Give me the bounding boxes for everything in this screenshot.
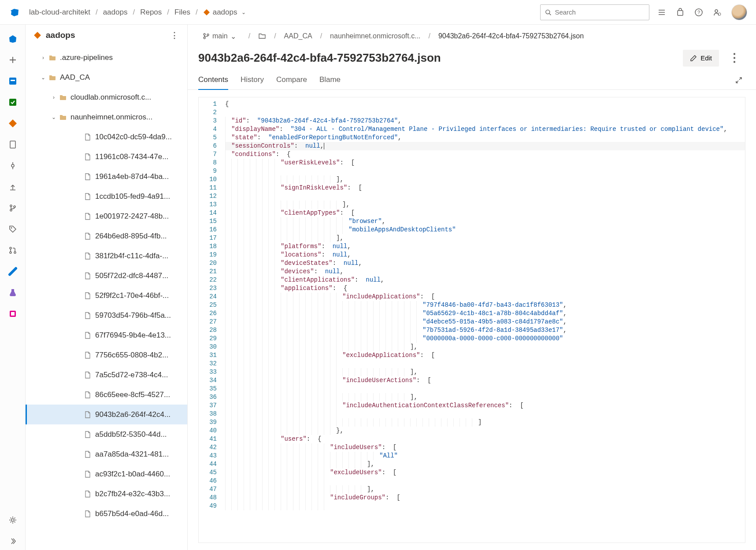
tree-file[interactable]: 381f2b4f-c11c-4dfa-...	[26, 246, 187, 266]
branch-selector[interactable]: main ⌄	[198, 30, 241, 42]
edit-label: Edit	[700, 54, 712, 62]
crumb-repo[interactable]: aadops ⌄	[203, 8, 246, 17]
tree-file[interactable]: b657b5d4-e0ad-46d...	[26, 504, 187, 524]
expand-icon[interactable]	[735, 76, 745, 84]
rail-push-icon[interactable]	[4, 178, 22, 196]
tree-folder[interactable]: ⌄AAD_CA	[26, 67, 187, 87]
tree-label: cloudlab.onmicrosoft.c...	[70, 93, 151, 102]
tab-history[interactable]: History	[241, 71, 264, 89]
rail-pipelines-icon[interactable]	[4, 263, 22, 280]
tab-compare[interactable]: Compare	[276, 71, 307, 89]
tree-file[interactable]: 67f76945-9b4e-4e13...	[26, 325, 187, 345]
rail-repos-icon[interactable]	[4, 115, 22, 132]
crumb-org[interactable]: lab-cloud-architekt	[29, 8, 90, 17]
tree-label: 10c042c0-dc59-4da9...	[95, 133, 172, 141]
tree-file[interactable]: 1ccdb105-fed9-4a91...	[26, 186, 187, 206]
search-box[interactable]	[540, 4, 649, 20]
tree-file[interactable]: ac93f2c1-b0ad-4460...	[26, 464, 187, 484]
crumb-area[interactable]: Repos	[140, 8, 162, 17]
tree-file[interactable]: 264b6ed8-895d-4fb...	[26, 226, 187, 246]
tree-label: 7756c655-0808-4b2...	[95, 351, 168, 360]
tabs: ContentsHistoryCompareBlame	[188, 71, 756, 90]
chevron-down-icon: ⌄	[241, 9, 246, 15]
crumb-files[interactable]: Files	[174, 8, 190, 17]
avatar[interactable]	[731, 4, 747, 20]
svg-rect-4	[678, 11, 683, 15]
rail-branches-icon[interactable]	[4, 199, 22, 217]
page-title: 9043b2a6-264f-42c4-bfa4-7592753b2764.jso…	[198, 51, 441, 65]
explorer-repo-name[interactable]: aadops	[46, 30, 75, 40]
tree-file[interactable]: 59703d54-796b-4f5a...	[26, 305, 187, 325]
list-icon[interactable]	[657, 8, 666, 17]
file-explorer: aadops ⋮ ›.azure-pipelines⌄AAD_CA›cloudl…	[26, 25, 188, 550]
tree-file[interactable]: b2c7fb24-e32c-43b3...	[26, 484, 187, 504]
code-content: {"id": "9043b2a6-264f-42c4-bfa4-7592753b…	[222, 97, 745, 543]
rail-test-icon[interactable]	[4, 284, 22, 301]
rail-boards-icon[interactable]	[4, 72, 22, 90]
tree-file[interactable]: 1e001972-2427-48b...	[26, 206, 187, 226]
rail-commit-icon[interactable]	[4, 157, 22, 175]
crumb-project[interactable]: aadops	[103, 8, 128, 17]
folder-icon	[48, 54, 57, 62]
tree-label: aa7a85da-4321-481...	[95, 450, 169, 459]
svg-point-2	[546, 10, 550, 14]
tree-file[interactable]: 10c042c0-dc59-4da9...	[26, 127, 187, 147]
tree-file[interactable]: 86c65eee-8cf5-4527...	[26, 385, 187, 405]
rail-task-icon[interactable]	[4, 93, 22, 111]
file-icon	[83, 133, 93, 141]
tree-file[interactable]: 7756c655-0808-4b2...	[26, 345, 187, 365]
chevron-down-icon: ⌄	[39, 74, 48, 81]
file-icon	[83, 232, 93, 240]
tree-file[interactable]: 11961c08-7434-47e...	[26, 147, 187, 167]
rail-file-icon[interactable]	[4, 136, 22, 153]
branch-name: main	[212, 32, 228, 40]
more-actions-icon[interactable]: ⋮	[724, 48, 745, 67]
svg-text:?: ?	[697, 10, 700, 15]
svg-marker-26	[34, 32, 41, 39]
more-icon[interactable]: ⋮	[170, 30, 179, 40]
tree-file[interactable]: 505f72d2-dfc8-4487...	[26, 266, 187, 286]
tree-folder[interactable]: ⌄naunheimnet.onmicros...	[26, 107, 187, 127]
path-link[interactable]: AAD_CA	[284, 32, 312, 40]
rail-pullrequest-icon[interactable]	[4, 242, 22, 259]
tree-label: b2c7fb24-e32c-43b3...	[95, 490, 170, 498]
tree-file[interactable]: aa7a85da-4321-481...	[26, 444, 187, 464]
separator-icon: /	[130, 8, 137, 17]
tree-folder[interactable]: ›.azure-pipelines	[26, 48, 187, 67]
svg-rect-11	[11, 80, 15, 81]
file-tree[interactable]: ›.azure-pipelines⌄AAD_CA›cloudlab.onmicr…	[26, 46, 187, 550]
rail-settings-icon[interactable]	[4, 511, 22, 529]
azure-devops-logo-icon[interactable]	[9, 7, 20, 18]
tree-file[interactable]: 7a5c5d72-e738-4c4...	[26, 365, 187, 385]
folder-icon	[58, 113, 68, 121]
tree-label: 381f2b4f-c11c-4dfa-...	[95, 252, 168, 260]
tree-label: 7a5c5d72-e738-4c4...	[95, 371, 168, 379]
file-icon	[83, 450, 93, 458]
separator-icon: /	[193, 8, 200, 17]
rail-add-icon[interactable]	[4, 51, 22, 69]
tab-contents[interactable]: Contents	[198, 71, 228, 89]
person-settings-icon[interactable]	[713, 8, 722, 17]
search-input[interactable]	[555, 8, 645, 16]
tree-file[interactable]: 9043b2a6-264f-42c4...	[26, 405, 187, 424]
bag-icon[interactable]	[676, 8, 685, 17]
rail-collapse-icon[interactable]	[4, 532, 22, 550]
file-icon	[83, 153, 93, 161]
rail-artifacts-icon[interactable]	[4, 305, 22, 323]
file-icon	[83, 510, 93, 518]
tree-file[interactable]: a5ddb5f2-5350-44d...	[26, 424, 187, 444]
root-folder-icon[interactable]	[258, 32, 266, 40]
tree-file[interactable]: 1961a4eb-87d4-4ba...	[26, 167, 187, 186]
tree-file[interactable]: 52f9f2c1-70e4-46bf-...	[26, 286, 187, 305]
rail-tags-icon[interactable]	[4, 220, 22, 238]
rail-overview-icon[interactable]	[4, 30, 22, 48]
help-icon[interactable]: ?	[694, 8, 703, 17]
tree-label: 505f72d2-dfc8-4487...	[95, 271, 168, 280]
edit-button[interactable]: Edit	[683, 50, 719, 67]
tree-folder[interactable]: ›cloudlab.onmicrosoft.c...	[26, 87, 187, 107]
path-link[interactable]: naunheimnet.onmicrosoft.c...	[330, 32, 420, 40]
file-icon	[83, 193, 93, 201]
svg-point-16	[10, 205, 12, 207]
tab-blame[interactable]: Blame	[319, 71, 341, 89]
code-viewer[interactable]: 1234567891011121314151617181920212223242…	[198, 97, 745, 543]
